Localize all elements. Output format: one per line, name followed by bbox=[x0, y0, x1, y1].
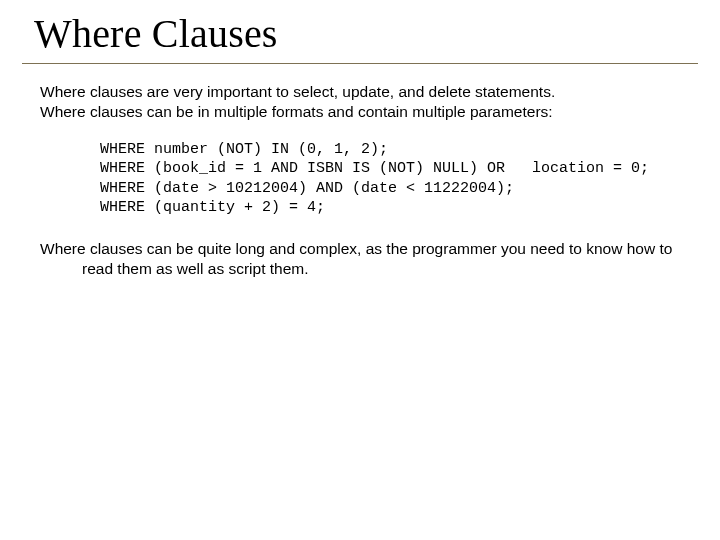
intro-line-1: Where clauses are very important to sele… bbox=[40, 83, 555, 100]
code-line-3: WHERE (date > 10212004) AND (date < 1122… bbox=[100, 180, 514, 197]
intro-line-2: Where clauses can be in multiple formats… bbox=[40, 103, 553, 120]
body-content: Where clauses are very important to sele… bbox=[12, 82, 708, 279]
intro-paragraph: Where clauses are very important to sele… bbox=[40, 82, 680, 122]
slide: Where Clauses Where clauses are very imp… bbox=[0, 0, 720, 540]
code-block: WHERE number (NOT) IN (0, 1, 2); WHERE (… bbox=[100, 140, 680, 217]
closing-paragraph: Where clauses can be quite long and comp… bbox=[40, 239, 680, 279]
page-title: Where Clauses bbox=[28, 10, 698, 57]
code-line-2: WHERE (book_id = 1 AND ISBN IS (NOT) NUL… bbox=[100, 160, 649, 177]
title-container: Where Clauses bbox=[22, 10, 698, 64]
code-line-1: WHERE number (NOT) IN (0, 1, 2); bbox=[100, 141, 388, 158]
code-line-4: WHERE (quantity + 2) = 4; bbox=[100, 199, 325, 216]
